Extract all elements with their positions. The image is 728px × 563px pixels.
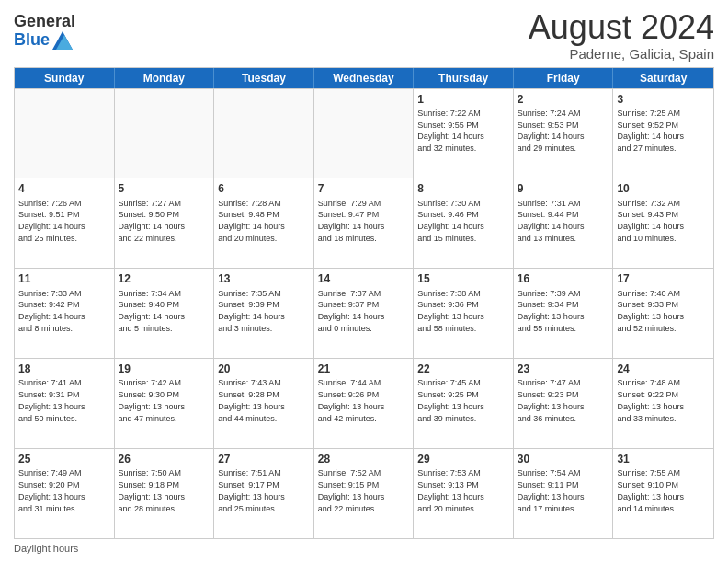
day-info: Sunrise: 7:47 AM Sunset: 9:23 PM Dayligh… — [518, 378, 585, 422]
header-wednesday: Wednesday — [314, 68, 415, 88]
logo-general: General — [14, 13, 75, 31]
day-number: 6 — [218, 181, 310, 196]
day-cell-17: 17Sunrise: 7:40 AM Sunset: 9:33 PM Dayli… — [613, 269, 713, 358]
day-cell-11: 11Sunrise: 7:33 AM Sunset: 9:42 PM Dayli… — [15, 269, 115, 358]
logo-icon — [52, 31, 73, 50]
day-cell-26: 26Sunrise: 7:50 AM Sunset: 9:18 PM Dayli… — [115, 449, 215, 538]
empty-cell — [15, 89, 115, 178]
day-number: 12 — [119, 271, 210, 286]
day-info: Sunrise: 7:26 AM Sunset: 9:51 PM Dayligh… — [18, 199, 85, 243]
calendar-week-5: 25Sunrise: 7:49 AM Sunset: 9:20 PM Dayli… — [15, 448, 713, 538]
day-info: Sunrise: 7:53 AM Sunset: 9:13 PM Dayligh… — [417, 468, 484, 512]
day-info: Sunrise: 7:22 AM Sunset: 9:55 PM Dayligh… — [417, 109, 484, 153]
logo: General Blue — [14, 9, 75, 50]
day-cell-5: 5Sunrise: 7:27 AM Sunset: 9:50 PM Daylig… — [115, 178, 215, 268]
month-title: August 2024 — [529, 9, 714, 46]
day-cell-29: 29Sunrise: 7:53 AM Sunset: 9:13 PM Dayli… — [414, 449, 514, 538]
header-sunday: Sunday — [15, 68, 115, 88]
day-cell-3: 3Sunrise: 7:25 AM Sunset: 9:52 PM Daylig… — [613, 89, 713, 178]
empty-cell — [214, 89, 314, 178]
day-number: 31 — [617, 452, 710, 466]
day-info: Sunrise: 7:27 AM Sunset: 9:50 PM Dayligh… — [119, 199, 186, 243]
day-info: Sunrise: 7:39 AM Sunset: 9:34 PM Dayligh… — [518, 289, 585, 333]
day-info: Sunrise: 7:25 AM Sunset: 9:52 PM Dayligh… — [617, 109, 684, 153]
day-number: 1 — [417, 92, 509, 107]
day-cell-2: 2Sunrise: 7:24 AM Sunset: 9:53 PM Daylig… — [514, 89, 614, 178]
day-cell-12: 12Sunrise: 7:34 AM Sunset: 9:40 PM Dayli… — [115, 269, 215, 358]
day-number: 22 — [417, 362, 509, 376]
day-number: 18 — [18, 362, 110, 376]
day-number: 9 — [518, 181, 609, 196]
day-cell-18: 18Sunrise: 7:41 AM Sunset: 9:31 PM Dayli… — [15, 359, 115, 448]
day-number: 2 — [518, 92, 609, 107]
header-thursday: Thursday — [414, 68, 514, 88]
day-number: 7 — [318, 181, 410, 196]
day-info: Sunrise: 7:44 AM Sunset: 9:26 PM Dayligh… — [318, 378, 385, 422]
day-cell-1: 1Sunrise: 7:22 AM Sunset: 9:55 PM Daylig… — [414, 89, 514, 178]
header-monday: Monday — [115, 68, 215, 88]
day-cell-28: 28Sunrise: 7:52 AM Sunset: 9:15 PM Dayli… — [314, 449, 415, 538]
calendar-week-2: 4Sunrise: 7:26 AM Sunset: 9:51 PM Daylig… — [15, 178, 713, 268]
day-number: 16 — [518, 271, 609, 286]
day-cell-6: 6Sunrise: 7:28 AM Sunset: 9:48 PM Daylig… — [214, 178, 314, 268]
logo-text: General Blue — [14, 13, 75, 50]
day-info: Sunrise: 7:51 AM Sunset: 9:17 PM Dayligh… — [218, 468, 285, 512]
day-number: 19 — [119, 362, 210, 376]
day-number: 21 — [318, 362, 410, 376]
day-cell-4: 4Sunrise: 7:26 AM Sunset: 9:51 PM Daylig… — [15, 178, 115, 268]
day-cell-14: 14Sunrise: 7:37 AM Sunset: 9:37 PM Dayli… — [314, 269, 415, 358]
day-info: Sunrise: 7:32 AM Sunset: 9:43 PM Dayligh… — [617, 199, 684, 243]
day-info: Sunrise: 7:28 AM Sunset: 9:48 PM Dayligh… — [218, 199, 285, 243]
day-number: 10 — [617, 181, 710, 196]
day-number: 29 — [417, 452, 509, 466]
title-block: August 2024 Paderne, Galicia, Spain — [529, 9, 714, 62]
header: General Blue August 2024 Paderne, Galici… — [14, 9, 714, 62]
calendar-header: Sunday Monday Tuesday Wednesday Thursday… — [15, 68, 713, 88]
day-cell-31: 31Sunrise: 7:55 AM Sunset: 9:10 PM Dayli… — [613, 449, 713, 538]
day-number: 15 — [417, 271, 509, 286]
day-number: 14 — [318, 271, 410, 286]
day-info: Sunrise: 7:54 AM Sunset: 9:11 PM Dayligh… — [518, 468, 585, 512]
calendar-week-4: 18Sunrise: 7:41 AM Sunset: 9:31 PM Dayli… — [15, 358, 713, 448]
day-number: 20 — [218, 362, 310, 376]
day-cell-25: 25Sunrise: 7:49 AM Sunset: 9:20 PM Dayli… — [15, 449, 115, 538]
calendar: Sunday Monday Tuesday Wednesday Thursday… — [14, 67, 714, 539]
day-cell-20: 20Sunrise: 7:43 AM Sunset: 9:28 PM Dayli… — [214, 359, 314, 448]
day-info: Sunrise: 7:50 AM Sunset: 9:18 PM Dayligh… — [119, 468, 186, 512]
day-number: 8 — [417, 181, 509, 196]
header-saturday: Saturday — [613, 68, 713, 88]
day-cell-10: 10Sunrise: 7:32 AM Sunset: 9:43 PM Dayli… — [613, 178, 713, 268]
day-number: 4 — [18, 181, 110, 196]
day-cell-24: 24Sunrise: 7:48 AM Sunset: 9:22 PM Dayli… — [613, 359, 713, 448]
calendar-week-1: 1Sunrise: 7:22 AM Sunset: 9:55 PM Daylig… — [15, 88, 713, 178]
day-info: Sunrise: 7:42 AM Sunset: 9:30 PM Dayligh… — [119, 378, 186, 422]
footer-note: Daylight hours — [14, 543, 714, 554]
day-number: 30 — [518, 452, 609, 466]
day-info: Sunrise: 7:24 AM Sunset: 9:53 PM Dayligh… — [518, 109, 585, 153]
day-info: Sunrise: 7:30 AM Sunset: 9:46 PM Dayligh… — [417, 199, 484, 243]
page: General Blue August 2024 Paderne, Galici… — [0, 0, 728, 563]
header-friday: Friday — [514, 68, 614, 88]
day-cell-21: 21Sunrise: 7:44 AM Sunset: 9:26 PM Dayli… — [314, 359, 415, 448]
day-number: 28 — [318, 452, 410, 466]
day-cell-30: 30Sunrise: 7:54 AM Sunset: 9:11 PM Dayli… — [514, 449, 614, 538]
calendar-body: 1Sunrise: 7:22 AM Sunset: 9:55 PM Daylig… — [15, 88, 713, 538]
day-info: Sunrise: 7:52 AM Sunset: 9:15 PM Dayligh… — [318, 468, 385, 512]
day-info: Sunrise: 7:34 AM Sunset: 9:40 PM Dayligh… — [119, 289, 186, 333]
day-number: 13 — [218, 271, 310, 286]
day-cell-9: 9Sunrise: 7:31 AM Sunset: 9:44 PM Daylig… — [514, 178, 614, 268]
day-number: 25 — [18, 452, 110, 466]
day-number: 26 — [119, 452, 210, 466]
day-cell-16: 16Sunrise: 7:39 AM Sunset: 9:34 PM Dayli… — [514, 269, 614, 358]
day-info: Sunrise: 7:45 AM Sunset: 9:25 PM Dayligh… — [417, 378, 484, 422]
day-number: 3 — [617, 92, 710, 107]
day-number: 24 — [617, 362, 710, 376]
day-info: Sunrise: 7:31 AM Sunset: 9:44 PM Dayligh… — [518, 199, 585, 243]
day-cell-15: 15Sunrise: 7:38 AM Sunset: 9:36 PM Dayli… — [414, 269, 514, 358]
day-info: Sunrise: 7:43 AM Sunset: 9:28 PM Dayligh… — [218, 378, 285, 422]
logo-blue: Blue — [14, 31, 50, 50]
day-info: Sunrise: 7:41 AM Sunset: 9:31 PM Dayligh… — [18, 378, 85, 422]
day-info: Sunrise: 7:29 AM Sunset: 9:47 PM Dayligh… — [318, 199, 385, 243]
day-cell-23: 23Sunrise: 7:47 AM Sunset: 9:23 PM Dayli… — [514, 359, 614, 448]
day-info: Sunrise: 7:55 AM Sunset: 9:10 PM Dayligh… — [617, 468, 684, 512]
